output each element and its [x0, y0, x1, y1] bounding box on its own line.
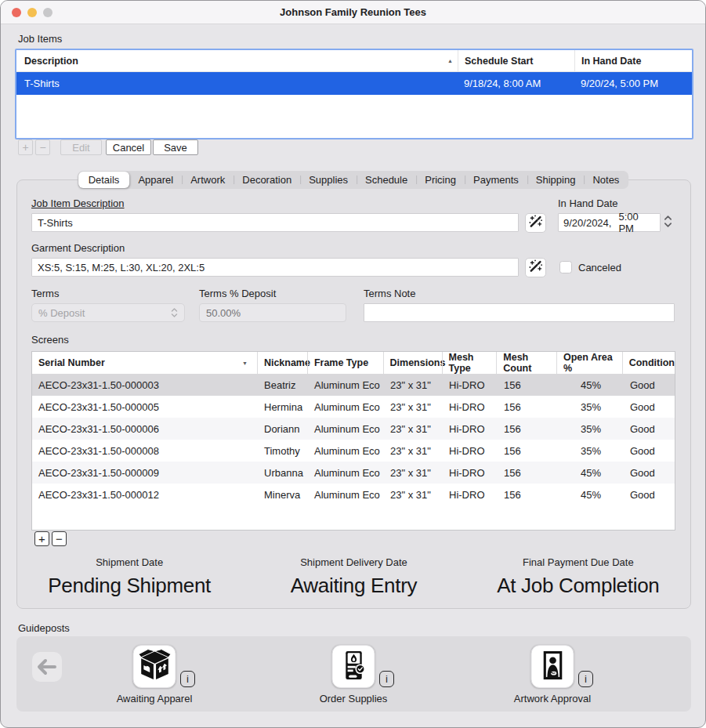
- column-header-schedule-start[interactable]: Schedule Start: [458, 50, 574, 71]
- tab-schedule[interactable]: Schedule: [357, 172, 416, 187]
- screen-row[interactable]: AECO-23x31-1.50-000005HerminaAluminum Ec…: [32, 396, 675, 418]
- guidepost-label: Order Supplies: [287, 693, 420, 704]
- job-items-toolbar: + − Edit Cancel Save: [18, 139, 198, 155]
- close-button[interactable]: [12, 8, 21, 17]
- add-screen-button[interactable]: +: [34, 531, 49, 546]
- guidepost-label: Awaiting Apparel: [88, 693, 221, 704]
- garment-description-input[interactable]: [31, 258, 519, 277]
- guidepost-label: Artwork Approval: [486, 693, 619, 704]
- screen-row[interactable]: AECO-23x31-1.50-000006DoriannAluminum Ec…: [32, 418, 675, 440]
- tab-supplies[interactable]: Supplies: [300, 172, 357, 187]
- in-hand-date-stepper[interactable]: [664, 216, 672, 227]
- tab-decoration[interactable]: Decoration: [234, 172, 300, 187]
- terms-deposit-label: Terms % Deposit: [199, 288, 276, 299]
- info-icon[interactable]: i: [578, 671, 593, 687]
- canceled-label: Canceled: [578, 262, 621, 273]
- screen-row[interactable]: AECO-23x31-1.50-000009UrbannaAluminum Ec…: [32, 462, 675, 484]
- terms-label: Terms: [31, 288, 59, 299]
- terms-deposit-value: 50.00%: [206, 307, 241, 319]
- garment-description-label: Garment Description: [31, 242, 125, 254]
- job-item-in-hand-cell: 9/20/24, 5:00 PM: [581, 78, 658, 89]
- arrow-left-icon: [37, 658, 57, 675]
- job-item-description-input[interactable]: [31, 213, 519, 232]
- column-header-in-hand-date[interactable]: In Hand Date: [574, 50, 692, 71]
- zoom-button: [43, 8, 52, 17]
- terms-deposit-field: 50.00%: [199, 303, 346, 322]
- remove-screen-button[interactable]: −: [52, 531, 67, 546]
- column-header-condition[interactable]: Condition: [622, 352, 675, 374]
- tab-apparel[interactable]: Apparel: [129, 172, 182, 187]
- column-header-dimensions[interactable]: Dimensions: [383, 352, 442, 374]
- job-item-row-selected[interactable]: T-Shirts 9/18/24, 8:00 AM 9/20/24, 5:00 …: [16, 72, 692, 95]
- tab-shipping[interactable]: Shipping: [527, 172, 585, 187]
- job-item-description-label[interactable]: Job Item Description: [31, 197, 125, 209]
- cancel-button[interactable]: Cancel: [106, 139, 151, 155]
- status-row: Shipment Date Pending Shipment Shipment …: [17, 556, 690, 598]
- edit-button[interactable]: Edit: [60, 139, 102, 155]
- in-hand-date-label: In Hand Date: [558, 197, 618, 209]
- screens-section-label: Screens: [31, 334, 69, 346]
- tab-pricing[interactable]: Pricing: [416, 172, 465, 187]
- chevron-down-icon: [664, 223, 672, 227]
- info-icon[interactable]: i: [180, 671, 195, 687]
- select-chevrons-icon: [171, 308, 178, 317]
- detail-tabs: Details Apparel Artwork Decoration Suppl…: [78, 171, 629, 189]
- job-item-description-cell: T-Shirts: [24, 78, 60, 89]
- awaiting-apparel-button[interactable]: [133, 645, 176, 688]
- screen-row[interactable]: AECO-23x31-1.50-000008TimothyAluminum Ec…: [32, 440, 675, 462]
- info-icon[interactable]: i: [379, 671, 394, 687]
- terms-note-input[interactable]: [364, 303, 675, 322]
- guidepost-order-supplies: i Order Supplies: [287, 636, 420, 712]
- order-supplies-button[interactable]: [332, 645, 375, 688]
- guideposts-section-label: Guideposts: [18, 622, 70, 634]
- screens-table: Serial Number ▼ Nickname Frame Type Dime…: [31, 351, 675, 531]
- apparel-box-icon: [137, 648, 172, 686]
- column-header-mesh-type[interactable]: Mesh Type: [442, 352, 497, 374]
- traffic-lights: [12, 8, 52, 17]
- column-header-description[interactable]: Description ▲: [16, 50, 458, 71]
- delivery-date-value: Awaiting Entry: [241, 574, 465, 598]
- chevron-up-icon: [664, 216, 672, 220]
- autofill-garment-button[interactable]: [525, 258, 546, 277]
- tab-notes[interactable]: Notes: [584, 172, 628, 187]
- delivery-date-block: Shipment Delivery Date Awaiting Entry: [241, 556, 465, 598]
- screen-row[interactable]: AECO-23x31-1.50-000012MinervaAluminum Ec…: [32, 484, 675, 505]
- column-header-mesh-count[interactable]: Mesh Count: [496, 352, 556, 374]
- delivery-date-label: Shipment Delivery Date: [241, 556, 465, 568]
- sort-ascending-icon: ▲: [447, 58, 458, 63]
- final-payment-label: Final Payment Due Date: [466, 556, 690, 568]
- shipment-date-value: Pending Shipment: [17, 574, 241, 598]
- screens-table-header: Serial Number ▼ Nickname Frame Type Dime…: [32, 352, 675, 374]
- magic-wand-icon: [528, 259, 543, 277]
- title-bar: Johnson Family Reunion Tees: [1, 1, 705, 24]
- guidepost-artwork-approval: i Artwork Approval: [486, 636, 619, 712]
- framed-artwork-icon: [535, 648, 570, 686]
- add-job-item-button[interactable]: +: [18, 139, 33, 155]
- job-items-table-header: Description ▲ Schedule Start In Hand Dat…: [16, 50, 692, 72]
- magic-wand-icon: [528, 214, 543, 232]
- remove-job-item-button[interactable]: −: [35, 139, 50, 155]
- column-header-nickname[interactable]: Nickname: [257, 352, 307, 374]
- save-button[interactable]: Save: [153, 139, 198, 155]
- canceled-checkbox[interactable]: [559, 261, 572, 273]
- tab-payments[interactable]: Payments: [465, 172, 527, 187]
- guideposts-panel: i Awaiting Apparel: [16, 636, 691, 712]
- column-header-open-area[interactable]: Open Area %: [556, 352, 622, 374]
- autofill-description-button[interactable]: [525, 213, 546, 233]
- artwork-approval-button[interactable]: [531, 645, 574, 688]
- tab-artwork[interactable]: Artwork: [182, 172, 234, 187]
- supplies-label-icon: [336, 648, 371, 686]
- sort-descending-icon: ▼: [242, 360, 252, 366]
- guidepost-back-button[interactable]: [32, 652, 62, 682]
- minimize-button[interactable]: [27, 8, 37, 17]
- shipment-date-label: Shipment Date: [17, 556, 241, 568]
- tab-details[interactable]: Details: [78, 172, 130, 188]
- screens-toolbar: + −: [34, 531, 67, 546]
- in-hand-date-input[interactable]: 9/20/2024, 5:00 PM: [558, 213, 661, 232]
- column-header-serial-number[interactable]: Serial Number ▼: [32, 352, 257, 374]
- shipment-date-block: Shipment Date Pending Shipment: [17, 556, 241, 598]
- column-header-frame-type[interactable]: Frame Type: [307, 352, 383, 374]
- screen-row[interactable]: AECO-23x31-1.50-000003BeatrizAluminum Ec…: [32, 374, 675, 396]
- final-payment-value: At Job Completion: [466, 574, 690, 598]
- window-title: Johnson Family Reunion Tees: [280, 6, 426, 18]
